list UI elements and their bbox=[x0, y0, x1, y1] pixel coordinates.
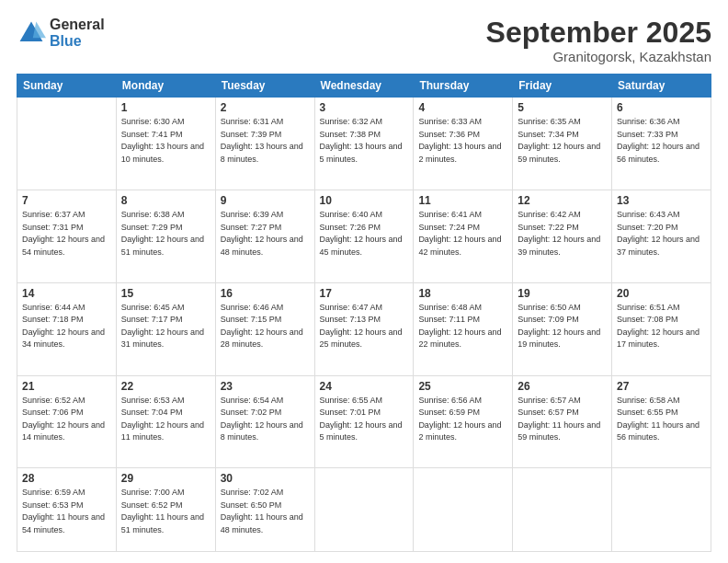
calendar-cell: 21Sunrise: 6:52 AMSunset: 7:06 PMDayligh… bbox=[17, 375, 117, 468]
calendar-cell: 28Sunrise: 6:59 AMSunset: 6:53 PMDayligh… bbox=[17, 468, 117, 552]
calendar-cell: 23Sunrise: 6:54 AMSunset: 7:02 PMDayligh… bbox=[215, 375, 314, 468]
calendar-cell: 8Sunrise: 6:38 AMSunset: 7:29 PMDaylight… bbox=[116, 190, 215, 283]
col-friday: Friday bbox=[513, 75, 612, 98]
day-info: Sunrise: 6:43 AMSunset: 7:20 PMDaylight:… bbox=[617, 209, 706, 259]
calendar-cell bbox=[17, 98, 117, 190]
day-info: Sunrise: 6:31 AMSunset: 7:39 PMDaylight:… bbox=[221, 116, 310, 166]
day-number: 13 bbox=[617, 194, 706, 207]
col-sunday: Sunday bbox=[17, 75, 117, 98]
day-info: Sunrise: 6:58 AMSunset: 6:55 PMDaylight:… bbox=[617, 395, 706, 444]
day-number: 27 bbox=[617, 380, 706, 393]
day-info: Sunrise: 6:37 AMSunset: 7:31 PMDaylight:… bbox=[22, 209, 111, 259]
calendar-cell: 27Sunrise: 6:58 AMSunset: 6:55 PMDayligh… bbox=[612, 375, 711, 468]
day-number: 10 bbox=[320, 194, 409, 207]
day-info: Sunrise: 6:51 AMSunset: 7:08 PMDaylight:… bbox=[617, 302, 706, 351]
day-info: Sunrise: 6:44 AMSunset: 7:18 PMDaylight:… bbox=[22, 302, 111, 351]
calendar-cell: 2Sunrise: 6:31 AMSunset: 7:39 PMDaylight… bbox=[215, 98, 314, 190]
calendar-cell: 30Sunrise: 7:02 AMSunset: 6:50 PMDayligh… bbox=[215, 468, 314, 552]
location-subtitle: Granitogorsk, Kazakhstan bbox=[486, 49, 711, 64]
page: General Blue September 2025 Granitogorsk… bbox=[0, 0, 728, 563]
calendar-cell bbox=[513, 468, 612, 552]
calendar-cell: 15Sunrise: 6:45 AMSunset: 7:17 PMDayligh… bbox=[116, 282, 215, 375]
day-info: Sunrise: 6:47 AMSunset: 7:13 PMDaylight:… bbox=[320, 302, 409, 351]
calendar-cell: 7Sunrise: 6:37 AMSunset: 7:31 PMDaylight… bbox=[17, 190, 117, 283]
calendar-cell: 22Sunrise: 6:53 AMSunset: 7:04 PMDayligh… bbox=[116, 375, 215, 468]
day-number: 25 bbox=[418, 380, 507, 393]
col-wednesday: Wednesday bbox=[314, 75, 414, 98]
header: General Blue September 2025 Granitogorsk… bbox=[17, 17, 711, 64]
day-number: 23 bbox=[221, 380, 310, 393]
calendar-cell: 1Sunrise: 6:30 AMSunset: 7:41 PMDaylight… bbox=[116, 98, 215, 190]
day-info: Sunrise: 6:56 AMSunset: 6:59 PMDaylight:… bbox=[418, 395, 507, 444]
day-number: 4 bbox=[418, 101, 507, 114]
day-info: Sunrise: 6:35 AMSunset: 7:34 PMDaylight:… bbox=[518, 116, 607, 166]
calendar-cell: 9Sunrise: 6:39 AMSunset: 7:27 PMDaylight… bbox=[215, 190, 314, 283]
day-number: 17 bbox=[320, 287, 409, 300]
calendar-week-3: 21Sunrise: 6:52 AMSunset: 7:06 PMDayligh… bbox=[17, 375, 711, 468]
calendar-table: Sunday Monday Tuesday Wednesday Thursday… bbox=[17, 74, 711, 552]
day-info: Sunrise: 6:32 AMSunset: 7:38 PMDaylight:… bbox=[320, 116, 409, 166]
day-number: 21 bbox=[22, 380, 111, 393]
calendar-cell: 4Sunrise: 6:33 AMSunset: 7:36 PMDaylight… bbox=[414, 98, 513, 190]
day-number: 24 bbox=[320, 380, 409, 393]
day-info: Sunrise: 6:53 AMSunset: 7:04 PMDaylight:… bbox=[121, 395, 210, 444]
day-info: Sunrise: 6:59 AMSunset: 6:53 PMDaylight:… bbox=[22, 487, 111, 536]
day-number: 7 bbox=[22, 194, 111, 207]
day-number: 3 bbox=[320, 101, 409, 114]
calendar-cell: 29Sunrise: 7:00 AMSunset: 6:52 PMDayligh… bbox=[116, 468, 215, 552]
day-info: Sunrise: 6:54 AMSunset: 7:02 PMDaylight:… bbox=[221, 395, 310, 444]
calendar-cell: 10Sunrise: 6:40 AMSunset: 7:26 PMDayligh… bbox=[314, 190, 414, 283]
day-number: 12 bbox=[518, 194, 607, 207]
calendar-cell: 3Sunrise: 6:32 AMSunset: 7:38 PMDaylight… bbox=[314, 98, 414, 190]
logo: General Blue bbox=[17, 17, 105, 49]
calendar-cell: 24Sunrise: 6:55 AMSunset: 7:01 PMDayligh… bbox=[314, 375, 414, 468]
day-info: Sunrise: 6:57 AMSunset: 6:57 PMDaylight:… bbox=[518, 395, 607, 444]
col-tuesday: Tuesday bbox=[215, 75, 314, 98]
calendar-header-row: Sunday Monday Tuesday Wednesday Thursday… bbox=[17, 75, 711, 98]
logo-blue: Blue bbox=[50, 33, 105, 50]
day-info: Sunrise: 6:39 AMSunset: 7:27 PMDaylight:… bbox=[221, 209, 310, 259]
day-number: 8 bbox=[121, 194, 210, 207]
day-number: 1 bbox=[121, 101, 210, 114]
day-number: 20 bbox=[617, 287, 706, 300]
calendar-cell: 16Sunrise: 6:46 AMSunset: 7:15 PMDayligh… bbox=[215, 282, 314, 375]
day-info: Sunrise: 6:38 AMSunset: 7:29 PMDaylight:… bbox=[121, 209, 210, 259]
logo-general: General bbox=[50, 17, 105, 33]
day-number: 26 bbox=[518, 380, 607, 393]
day-number: 14 bbox=[22, 287, 111, 300]
calendar-cell: 19Sunrise: 6:50 AMSunset: 7:09 PMDayligh… bbox=[513, 282, 612, 375]
calendar-cell: 12Sunrise: 6:42 AMSunset: 7:22 PMDayligh… bbox=[513, 190, 612, 283]
day-info: Sunrise: 6:50 AMSunset: 7:09 PMDaylight:… bbox=[518, 302, 607, 351]
day-info: Sunrise: 6:30 AMSunset: 7:41 PMDaylight:… bbox=[121, 116, 210, 166]
day-number: 9 bbox=[221, 194, 310, 207]
day-info: Sunrise: 6:33 AMSunset: 7:36 PMDaylight:… bbox=[418, 116, 507, 166]
day-info: Sunrise: 7:00 AMSunset: 6:52 PMDaylight:… bbox=[121, 487, 210, 536]
col-thursday: Thursday bbox=[414, 75, 513, 98]
calendar-cell bbox=[314, 468, 414, 552]
calendar-week-1: 7Sunrise: 6:37 AMSunset: 7:31 PMDaylight… bbox=[17, 190, 711, 283]
calendar-cell: 11Sunrise: 6:41 AMSunset: 7:24 PMDayligh… bbox=[414, 190, 513, 283]
col-saturday: Saturday bbox=[612, 75, 711, 98]
day-info: Sunrise: 6:45 AMSunset: 7:17 PMDaylight:… bbox=[121, 302, 210, 351]
calendar-week-2: 14Sunrise: 6:44 AMSunset: 7:18 PMDayligh… bbox=[17, 282, 711, 375]
calendar-cell: 25Sunrise: 6:56 AMSunset: 6:59 PMDayligh… bbox=[414, 375, 513, 468]
day-number: 15 bbox=[121, 287, 210, 300]
day-info: Sunrise: 6:46 AMSunset: 7:15 PMDaylight:… bbox=[221, 302, 310, 351]
calendar-cell bbox=[414, 468, 513, 552]
calendar-cell: 17Sunrise: 6:47 AMSunset: 7:13 PMDayligh… bbox=[314, 282, 414, 375]
col-monday: Monday bbox=[116, 75, 215, 98]
calendar-cell: 13Sunrise: 6:43 AMSunset: 7:20 PMDayligh… bbox=[612, 190, 711, 283]
day-info: Sunrise: 6:40 AMSunset: 7:26 PMDaylight:… bbox=[320, 209, 409, 259]
logo-text: General Blue bbox=[50, 17, 105, 49]
day-number: 29 bbox=[121, 472, 210, 485]
calendar-cell: 20Sunrise: 6:51 AMSunset: 7:08 PMDayligh… bbox=[612, 282, 711, 375]
day-info: Sunrise: 6:36 AMSunset: 7:33 PMDaylight:… bbox=[617, 116, 706, 166]
calendar-week-4: 28Sunrise: 6:59 AMSunset: 6:53 PMDayligh… bbox=[17, 468, 711, 552]
day-info: Sunrise: 6:55 AMSunset: 7:01 PMDaylight:… bbox=[320, 395, 409, 444]
month-title: September 2025 bbox=[486, 17, 711, 49]
day-number: 16 bbox=[221, 287, 310, 300]
day-number: 6 bbox=[617, 101, 706, 114]
day-number: 5 bbox=[518, 101, 607, 114]
calendar-cell: 14Sunrise: 6:44 AMSunset: 7:18 PMDayligh… bbox=[17, 282, 117, 375]
calendar-cell: 18Sunrise: 6:48 AMSunset: 7:11 PMDayligh… bbox=[414, 282, 513, 375]
